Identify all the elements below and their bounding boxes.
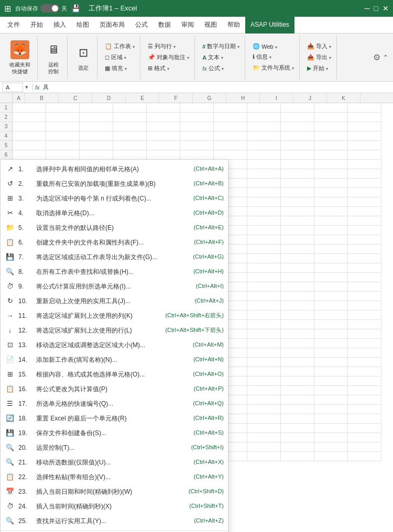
grid-cell[interactable] — [214, 122, 247, 131]
grid-cell[interactable] — [147, 122, 180, 131]
grid-cell[interactable] — [247, 424, 281, 433]
grid-cell[interactable] — [281, 254, 314, 263]
grid-cell[interactable] — [80, 150, 113, 160]
grid-cell[interactable] — [281, 386, 314, 395]
grid-cell[interactable] — [13, 122, 46, 131]
ribbon-remote[interactable]: 🖥 远程控制 — [40, 36, 68, 79]
grid-cell[interactable] — [348, 188, 381, 197]
grid-cell[interactable] — [214, 113, 247, 122]
grid-cell[interactable] — [314, 320, 348, 329]
grid-cell[interactable] — [13, 150, 46, 160]
grid-cell[interactable] — [214, 131, 247, 141]
grid-cell[interactable] — [314, 452, 348, 461]
grid-cell[interactable] — [247, 197, 281, 207]
grid-cell[interactable] — [247, 386, 281, 395]
grid-cell[interactable] — [46, 122, 80, 131]
grid-cell[interactable] — [348, 273, 381, 282]
dropdown-item[interactable]: ⏱9.将公式/计算应用到所选单元格(I)...(Ctrl+Alt+I) — [1, 279, 228, 294]
grid-cell[interactable] — [180, 103, 214, 113]
expand-icon[interactable]: ▾ — [25, 84, 28, 91]
grid-cell[interactable] — [180, 122, 214, 131]
ribbon-filesys[interactable]: 📁文件与系统 ▾ — [249, 63, 297, 73]
ribbon-region[interactable]: ◻区域 ▾ — [102, 52, 138, 62]
grid-cell[interactable] — [80, 131, 113, 141]
grid-cell[interactable] — [314, 292, 348, 301]
grid-cell[interactable] — [281, 131, 314, 141]
col-header-k[interactable]: K — [327, 93, 361, 103]
grid-cell[interactable] — [348, 386, 381, 395]
row-number[interactable]: 1 — [0, 103, 13, 113]
ribbon-start[interactable]: ▶开始 ▾ — [304, 63, 334, 73]
grid-cell[interactable] — [281, 216, 314, 226]
close-button[interactable]: ✕ — [383, 4, 389, 13]
dropdown-item[interactable]: ↺2.重载所有已安装的加载项(重新生成菜单)(B)(Ctrl+Alt+B) — [1, 176, 228, 191]
grid-cell[interactable] — [314, 131, 348, 141]
grid-cell[interactable] — [147, 150, 180, 160]
grid-cell[interactable] — [348, 263, 381, 273]
grid-cell[interactable] — [314, 103, 348, 113]
grid-cell[interactable] — [281, 320, 314, 329]
grid-cell[interactable] — [281, 263, 314, 273]
grid-cell[interactable] — [247, 282, 281, 292]
grid-cell[interactable] — [281, 226, 314, 235]
grid-cell[interactable] — [46, 141, 80, 150]
grid-cell[interactable] — [247, 292, 281, 301]
grid-cell[interactable] — [348, 376, 381, 386]
cell-ref-box[interactable]: A — [2, 83, 23, 92]
grid-cell[interactable] — [348, 452, 381, 461]
grid-cell[interactable] — [281, 122, 314, 131]
dropdown-item[interactable]: 📄14.添加新工作表(填写名称)(N)...(Ctrl+Alt+N) — [1, 352, 228, 367]
grid-cell[interactable] — [348, 320, 381, 329]
grid-cell[interactable] — [147, 141, 180, 150]
grid-cell[interactable] — [281, 358, 314, 367]
menu-item-home[interactable]: 开始 — [25, 17, 48, 34]
grid-cell[interactable] — [180, 150, 214, 160]
ribbon-number[interactable]: #数字与日期 ▾ — [199, 41, 243, 51]
grid-cell[interactable] — [281, 311, 314, 320]
ribbon-format[interactable]: ⊞格式 ▾ — [145, 63, 192, 73]
grid-cell[interactable] — [281, 452, 314, 461]
ribbon-export[interactable]: 📤导出 ▾ — [304, 52, 334, 62]
grid-cell[interactable] — [348, 395, 381, 405]
grid-cell[interactable] — [281, 376, 314, 386]
grid-cell[interactable] — [348, 414, 381, 424]
grid-cell[interactable] — [281, 245, 314, 254]
grid-cell[interactable] — [348, 160, 381, 169]
grid-cell[interactable] — [314, 245, 348, 254]
grid-cell[interactable] — [281, 150, 314, 160]
grid-cell[interactable] — [314, 141, 348, 150]
grid-cell[interactable] — [281, 339, 314, 348]
grid-cell[interactable] — [314, 395, 348, 405]
ribbon-formula[interactable]: fx公式 ▾ — [199, 63, 243, 73]
grid-cell[interactable] — [247, 376, 281, 386]
grid-cell[interactable] — [314, 405, 348, 414]
grid-cell[interactable] — [281, 103, 314, 113]
grid-cell[interactable] — [13, 131, 46, 141]
grid-cell[interactable] — [348, 348, 381, 358]
grid-cell[interactable] — [348, 339, 381, 348]
grid-cell[interactable] — [281, 235, 314, 245]
grid-cell[interactable] — [281, 282, 314, 292]
grid-cell[interactable] — [314, 254, 348, 263]
col-header-i[interactable]: I — [260, 93, 293, 103]
col-header-h[interactable]: H — [226, 93, 260, 103]
grid-cell[interactable] — [80, 103, 113, 113]
grid-cell[interactable] — [281, 414, 314, 424]
row-number[interactable]: 2 — [0, 113, 13, 122]
grid-cell[interactable] — [180, 113, 214, 122]
ribbon-info[interactable]: ℹ信息 ▾ — [249, 52, 297, 62]
grid-cell[interactable] — [348, 226, 381, 235]
grid-cell[interactable] — [314, 273, 348, 282]
dropdown-item[interactable]: ⊞3.为选定区域中的每个第 n 行或列着色(C)...(Ctrl+Alt+C) — [1, 191, 228, 206]
grid-cell[interactable] — [314, 263, 348, 273]
row-number[interactable]: 6 — [0, 150, 13, 160]
grid-cell[interactable] — [46, 113, 80, 122]
grid-cell[interactable] — [314, 169, 348, 179]
grid-cell[interactable] — [348, 141, 381, 150]
grid-cell[interactable] — [180, 141, 214, 150]
grid-cell[interactable] — [113, 150, 147, 160]
grid-cell[interactable] — [281, 207, 314, 216]
grid-cell[interactable] — [13, 103, 46, 113]
ribbon-objects[interactable]: 📌对象与批注 ▾ — [145, 52, 192, 62]
grid-cell[interactable] — [348, 329, 381, 339]
